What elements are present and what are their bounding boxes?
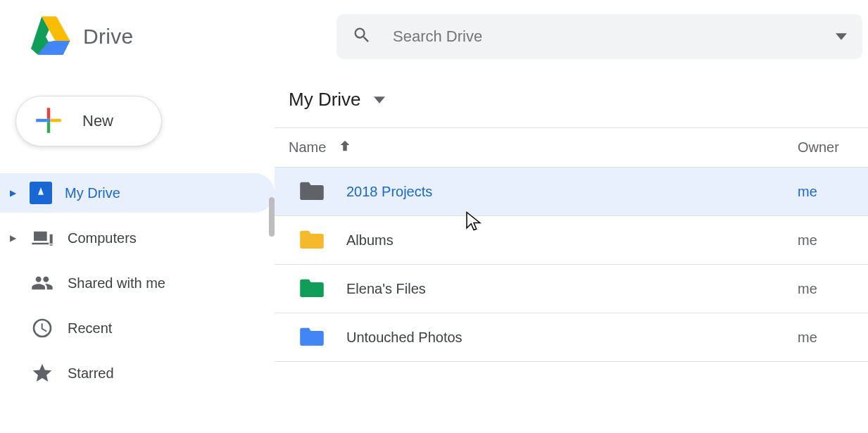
computers-icon [30, 225, 55, 251]
file-list: 2018 ProjectsmeAlbumsmeElena's FilesmeUn… [275, 168, 868, 362]
file-name: 2018 Projects [346, 184, 798, 200]
sidebar-item-starred[interactable]: Starred [0, 353, 275, 393]
app-name: Drive [83, 25, 134, 49]
main-pane: My Drive Name Owner 2018 ProjectsmeAlbum… [275, 73, 868, 399]
table-header: Name Owner [275, 128, 868, 168]
file-owner: me [798, 281, 868, 297]
search-box[interactable]: Search Drive [336, 14, 862, 59]
file-row[interactable]: Elena's Filesme [275, 265, 868, 313]
expand-triangle-icon[interactable]: ▶ [8, 233, 17, 243]
sidebar-item-label: Starred [68, 365, 114, 382]
search-placeholder: Search Drive [393, 27, 814, 46]
file-name: Albums [346, 232, 798, 249]
folder-icon [300, 229, 346, 251]
svg-rect-4 [47, 108, 50, 119]
sidebar-item-my-drive[interactable]: ▶ My Drive [0, 173, 275, 213]
file-owner: me [798, 184, 868, 200]
breadcrumb-label: My Drive [289, 89, 361, 111]
svg-rect-7 [50, 118, 61, 121]
folder-icon [300, 180, 346, 203]
svg-rect-5 [47, 122, 50, 133]
folder-icon [300, 326, 346, 349]
new-button[interactable]: New [15, 96, 162, 146]
sidebar-item-label: Recent [68, 320, 112, 337]
scrollbar-thumb[interactable] [269, 197, 275, 237]
file-owner: me [798, 330, 868, 346]
starred-icon [30, 360, 55, 386]
search-icon [352, 25, 372, 48]
sidebar-item-label: Shared with me [68, 275, 165, 291]
plus-icon [34, 106, 63, 137]
column-header-name[interactable]: Name [289, 138, 798, 157]
column-header-owner[interactable]: Owner [798, 139, 868, 156]
svg-rect-6 [36, 118, 47, 121]
sidebar-item-label: Computers [68, 230, 137, 246]
file-row[interactable]: Untouched Photosme [275, 313, 868, 362]
breadcrumb[interactable]: My Drive [275, 89, 868, 128]
sidebar: New ▶ My Drive ▶ Computers [0, 73, 275, 399]
shared-icon [30, 270, 55, 296]
sidebar-item-computers[interactable]: ▶ Computers [0, 218, 275, 258]
file-name: Untouched Photos [346, 330, 798, 346]
new-button-label: New [82, 112, 113, 130]
breadcrumb-caret-icon[interactable] [374, 94, 385, 106]
sidebar-item-shared[interactable]: Shared with me [0, 263, 275, 303]
file-name: Elena's Files [346, 281, 798, 297]
file-row[interactable]: Albumsme [275, 216, 868, 265]
file-row[interactable]: 2018 Projectsme [275, 168, 868, 216]
file-owner: me [798, 232, 868, 249]
search-options-caret-icon[interactable] [836, 30, 847, 43]
sidebar-item-recent[interactable]: Recent [0, 308, 275, 348]
sort-ascending-icon[interactable] [337, 138, 353, 157]
expand-triangle-icon[interactable]: ▶ [8, 188, 17, 198]
svg-rect-8 [47, 118, 50, 121]
folder-icon [300, 277, 346, 300]
drive-icon [30, 182, 52, 204]
drive-logo-icon [28, 16, 70, 58]
sidebar-item-label: My Drive [65, 185, 120, 201]
recent-icon [30, 315, 55, 341]
